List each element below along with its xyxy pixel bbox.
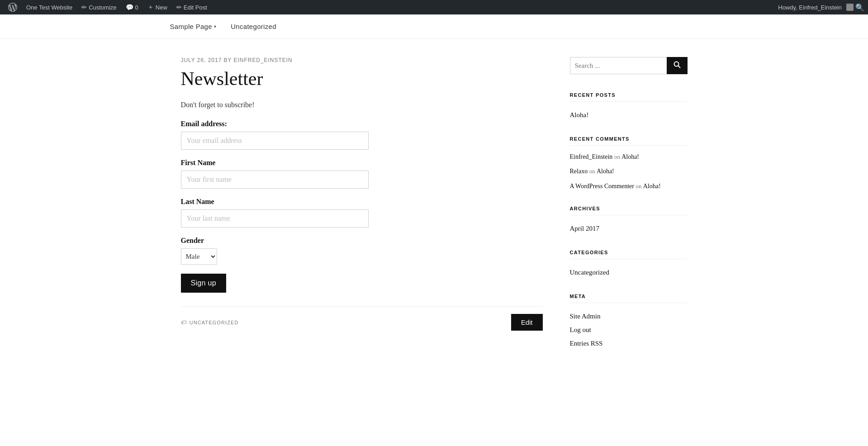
edit-button[interactable]: Edit [511,314,543,331]
comment-on-2: on [636,183,643,190]
post-author[interactable]: EINFRED_EINSTEIN [234,57,293,63]
post-footer: 🏷 UNCATEGORIZED Edit [181,306,543,331]
adminbar-edit-post-label: Edit Post [184,4,207,11]
svg-line-1 [678,66,680,68]
adminbar-edit-post[interactable]: ✏ Edit Post [172,0,212,14]
sidebar-search-button[interactable] [667,57,688,74]
comment-post-0[interactable]: Aloha! [621,153,639,160]
svg-point-0 [674,62,678,66]
adminbar-new-label: New [156,4,167,11]
sidebar-categories: CATEGORIES Uncategorized [570,250,688,279]
adminbar-site-name[interactable]: One Test Website [22,0,77,14]
post-meta: JULY 26, 2017 BY EINFRED_EINSTEIN [181,57,543,63]
comment-on-0: on [614,153,621,160]
adminbar-search-icon[interactable]: 🔍 [855,3,864,12]
adminbar-howdy: Howdy, Einfred_Einstein [775,4,844,11]
gender-label: Gender [181,237,543,245]
categories-title: CATEGORIES [570,250,688,259]
post-categories: 🏷 UNCATEGORIZED [181,319,239,326]
sidebar-meta: META Site Admin Log out Entries RSS [570,294,688,350]
recent-posts-title: RECENT POSTS [570,92,688,102]
adminbar-customize-label: Customize [89,4,116,11]
comment-author-2[interactable]: A WordPress Commenter [570,183,635,190]
first-name-input[interactable] [181,171,369,189]
sidebar-recent-posts: RECENT POSTS Aloha! [570,92,688,122]
site-nav: Sample Page ▾ Uncategorized [0,14,868,39]
nav-item-uncategorized[interactable]: Uncategorized [223,14,284,38]
comment-item-2: A WordPress Commenter on Aloha! [570,181,688,191]
archive-item-0[interactable]: April 2017 [570,222,688,235]
last-name-label: Last Name [181,198,543,206]
comment-post-1[interactable]: Aloha! [597,168,614,175]
adminbar-avatar [846,4,854,11]
sidebar-search [570,57,688,74]
gender-form-group: Gender Male Female [181,237,543,265]
comment-item-0: Einfred_Einstein on Aloha! [570,152,688,162]
adminbar-customize[interactable]: ✏ Customize [77,0,121,14]
adminbar-new[interactable]: ＋ New [143,0,172,14]
first-name-form-group: First Name [181,159,543,189]
adminbar-site-label: One Test Website [26,4,72,11]
comment-post-2[interactable]: Aloha! [643,183,661,190]
signup-button[interactable]: Sign up [181,274,227,293]
recent-comments-title: RECENT COMMENTS [570,136,688,146]
nav-item-sample-page[interactable]: Sample Page ▾ [163,14,224,38]
chevron-down-icon: ▾ [214,24,216,29]
sidebar-recent-comments: RECENT COMMENTS Einfred_Einstein on Aloh… [570,136,688,191]
comment-author-0[interactable]: Einfred_Einstein [570,153,613,160]
content-area: JULY 26, 2017 BY EINFRED_EINSTEIN Newsle… [181,57,543,365]
meta-item-2[interactable]: Entries RSS [570,337,688,350]
comment-author-1[interactable]: Relaxo [570,168,588,175]
sidebar-search-input[interactable] [570,57,667,74]
meta-item-0[interactable]: Site Admin [570,309,688,323]
sidebar: RECENT POSTS Aloha! RECENT COMMENTS Einf… [570,57,688,365]
post-content: Don't forget to subscribe! Email address… [181,99,543,293]
last-name-form-group: Last Name [181,198,543,228]
main-wrapper: JULY 26, 2017 BY EINFRED_EINSTEIN Newsle… [163,39,706,392]
adminbar-wp-logo[interactable] [4,0,22,14]
adminbar-comments[interactable]: 💬 0 [121,0,143,14]
admin-bar: One Test Website ✏ Customize 💬 0 ＋ New ✏… [0,0,868,14]
post-description: Don't forget to subscribe! [181,99,543,111]
post-title: Newsletter [181,68,543,90]
comment-on-1: on [589,168,597,175]
meta-item-1[interactable]: Log out [570,323,688,337]
email-form-group: Email address: [181,120,543,150]
comment-item-1: Relaxo on Aloha! [570,166,688,176]
recent-post-item-0[interactable]: Aloha! [570,108,688,122]
archives-title: ARCHIVES [570,206,688,215]
adminbar-comments-count: 0 [135,4,138,11]
category-item-0[interactable]: Uncategorized [570,266,688,279]
email-input[interactable] [181,132,369,150]
category-label: UNCATEGORIZED [190,320,239,325]
gender-select[interactable]: Male Female [181,248,217,265]
first-name-label: First Name [181,159,543,167]
last-name-input[interactable] [181,209,369,228]
category-icon: 🏷 [181,319,187,326]
post-date: JULY 26, 2017 [181,57,222,63]
email-label: Email address: [181,120,543,128]
meta-title: META [570,294,688,303]
sidebar-archives: ARCHIVES April 2017 [570,206,688,235]
